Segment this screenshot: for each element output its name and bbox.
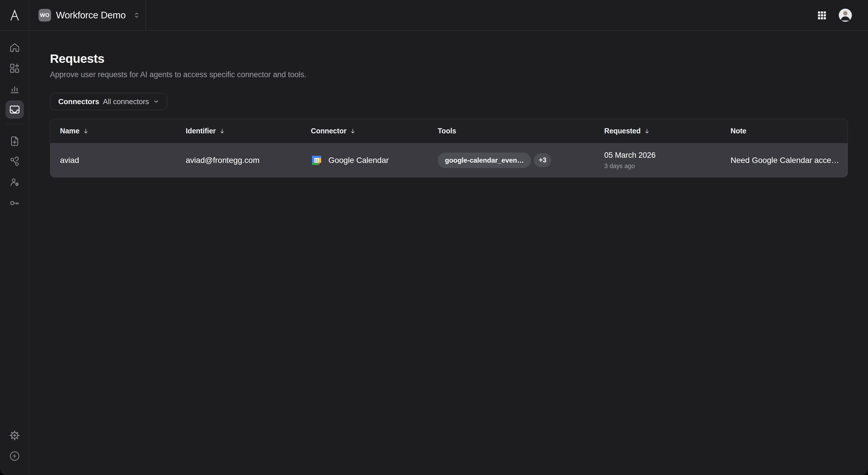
- column-header-identifier[interactable]: Identifier: [176, 119, 301, 143]
- apps-grid-icon: [817, 10, 827, 21]
- unfold-chevrons-icon: [133, 11, 141, 19]
- column-header-tools: Tools: [428, 119, 594, 143]
- sidebar-bottom: [5, 426, 24, 468]
- key-icon: [9, 197, 20, 209]
- home-icon: [9, 42, 20, 53]
- main-content: Requests Approve user requests for AI ag…: [29, 31, 868, 475]
- cell-identifier: aviad@frontegg.com: [176, 156, 301, 165]
- sidebar-divider: [6, 124, 23, 124]
- app-window: WO Workforce Demo: [0, 0, 868, 475]
- sidebar-item-user-management[interactable]: [5, 173, 24, 192]
- column-header-name[interactable]: Name: [50, 119, 176, 143]
- gear-icon: [9, 430, 21, 441]
- svg-text:31: 31: [315, 158, 319, 163]
- column-label: Requested: [604, 127, 641, 135]
- tool-pill[interactable]: google-calendar_even…: [438, 152, 531, 168]
- sidebar-item-analytics[interactable]: [5, 80, 24, 98]
- topbar: WO Workforce Demo: [0, 0, 868, 31]
- connector-name: Google Calendar: [329, 156, 389, 165]
- logo-a-icon: [8, 8, 22, 22]
- column-label: Connector: [311, 127, 346, 135]
- file-plus-icon: [9, 135, 20, 147]
- workflows-route-icon: [9, 156, 20, 168]
- sidebar-item-workflows[interactable]: [5, 152, 24, 171]
- sidebar-item-settings[interactable]: [5, 426, 24, 445]
- app-logo[interactable]: [0, 0, 29, 30]
- apps-plus-icon: [9, 63, 20, 74]
- sort-down-icon: [644, 128, 650, 134]
- requests-table: Name Identifier Connector: [50, 119, 848, 177]
- table-row[interactable]: aviad aviad@frontegg.com: [50, 143, 848, 177]
- cell-note: Need Google Calendar access …: [721, 156, 848, 165]
- workspace-selector[interactable]: WO Workforce Demo: [29, 0, 146, 30]
- sidebar-item-api-keys[interactable]: [5, 194, 24, 212]
- sidebar-item-requests-inbox[interactable]: [5, 100, 24, 119]
- sidebar-item-activity[interactable]: [5, 447, 24, 465]
- tools-more-badge[interactable]: +3: [534, 153, 551, 167]
- column-label: Name: [60, 127, 80, 135]
- cell-requested: 05 March 2026 3 days ago: [594, 151, 721, 170]
- user-avatar[interactable]: [839, 9, 852, 22]
- requested-relative: 3 days ago: [604, 162, 721, 170]
- column-label: Tools: [438, 127, 456, 135]
- page-title: Requests: [50, 52, 848, 66]
- page-subtitle: Approve user requests for AI agents to a…: [50, 70, 848, 79]
- chevron-down-icon: [153, 98, 160, 105]
- column-header-requested[interactable]: Requested: [594, 119, 721, 143]
- google-calendar-icon: 31: [311, 155, 322, 166]
- connectors-filter-dropdown[interactable]: Connectors All connectors: [50, 93, 167, 110]
- user-gear-icon: [9, 177, 20, 188]
- column-label: Identifier: [186, 127, 216, 135]
- sidebar-item-apps[interactable]: [5, 59, 24, 77]
- sidebar-item-new-document[interactable]: [5, 132, 24, 150]
- sidebar-item-home[interactable]: [5, 38, 24, 57]
- bar-chart-icon: [9, 83, 20, 95]
- column-header-connector[interactable]: Connector: [301, 119, 428, 143]
- sort-down-icon: [219, 128, 225, 134]
- cell-tools: google-calendar_even… +3: [428, 152, 594, 168]
- inbox-icon: [9, 104, 21, 115]
- filter-label: Connectors: [58, 97, 99, 106]
- filter-value: All connectors: [103, 97, 149, 106]
- cell-connector: 31 Google Calendar: [301, 155, 428, 166]
- workspace-name: Workforce Demo: [56, 10, 126, 21]
- cell-name: aviad: [50, 156, 176, 165]
- lightning-circle-icon: [9, 450, 20, 462]
- table-header-row: Name Identifier Connector: [50, 119, 848, 143]
- requested-date: 05 March 2026: [604, 151, 721, 160]
- apps-grid-button[interactable]: [817, 10, 827, 21]
- app-body: Requests Approve user requests for AI ag…: [0, 31, 868, 475]
- column-header-note: Note: [721, 119, 848, 143]
- sidebar-nav: [0, 31, 29, 475]
- column-label: Note: [731, 127, 746, 135]
- sort-down-icon: [83, 128, 89, 134]
- topbar-actions: [817, 0, 868, 30]
- workspace-badge: WO: [38, 9, 51, 22]
- sort-down-icon: [350, 128, 356, 134]
